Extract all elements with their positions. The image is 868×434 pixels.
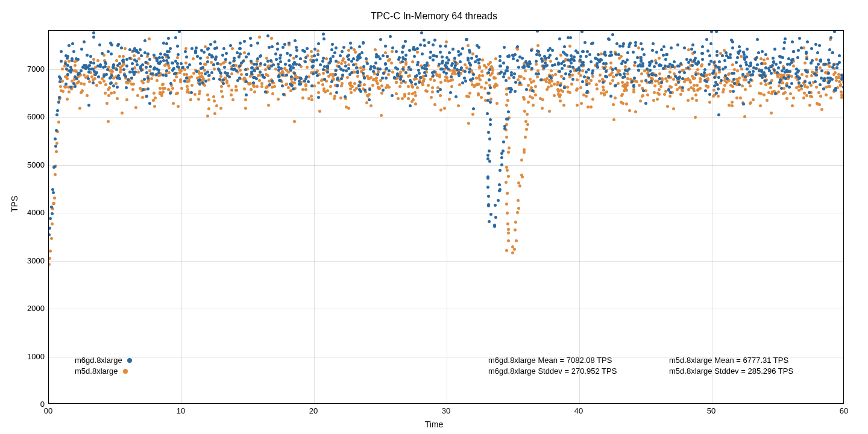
data-point <box>176 92 179 95</box>
data-point <box>695 99 698 102</box>
data-point <box>467 95 470 98</box>
data-point <box>697 88 700 91</box>
data-point <box>293 81 296 84</box>
data-point <box>617 82 620 85</box>
data-point <box>388 69 391 72</box>
data-point <box>476 83 479 86</box>
data-point <box>640 58 643 61</box>
data-point <box>423 39 426 42</box>
data-point <box>141 96 144 99</box>
data-point <box>520 159 523 162</box>
data-point <box>295 49 298 52</box>
data-point <box>732 78 735 81</box>
data-point <box>220 85 223 88</box>
data-point <box>118 77 121 80</box>
gridline-vertical <box>712 31 712 403</box>
data-point <box>177 66 180 69</box>
data-point <box>609 73 612 76</box>
data-point <box>177 53 180 56</box>
data-point <box>514 221 517 224</box>
data-point <box>281 46 285 49</box>
data-point <box>433 103 436 106</box>
data-point <box>805 75 808 78</box>
data-point <box>199 62 202 65</box>
data-point <box>469 63 472 66</box>
data-point <box>213 68 216 71</box>
data-point <box>439 45 442 48</box>
data-point <box>486 112 489 115</box>
data-point <box>435 55 438 58</box>
data-point <box>505 136 508 139</box>
data-point <box>580 64 583 67</box>
data-point <box>206 56 209 59</box>
data-point <box>326 89 329 92</box>
data-point <box>98 43 101 46</box>
data-point <box>625 102 628 105</box>
data-point <box>195 70 198 73</box>
data-point <box>465 38 468 41</box>
stats-label: m6gd.8xlarge Stddev = 270.952 TPS <box>488 366 617 376</box>
data-point <box>581 69 584 72</box>
y-tick-label: 3000 <box>8 256 45 265</box>
data-point <box>48 227 51 230</box>
data-point <box>340 62 343 65</box>
data-point <box>432 74 435 77</box>
data-point <box>524 69 527 72</box>
data-point <box>200 72 203 75</box>
data-point <box>483 64 486 67</box>
data-point <box>563 86 566 89</box>
data-point <box>834 71 837 74</box>
data-point <box>553 94 556 97</box>
data-point <box>395 81 398 84</box>
data-point <box>503 72 506 75</box>
data-point <box>409 68 412 71</box>
data-point <box>637 46 640 49</box>
data-point <box>387 73 390 76</box>
data-point <box>690 48 693 51</box>
data-point <box>174 60 177 63</box>
data-point <box>399 75 402 78</box>
data-point <box>746 48 749 51</box>
data-point <box>738 45 741 48</box>
data-point <box>516 211 519 214</box>
data-point <box>238 64 241 68</box>
data-point <box>384 51 387 54</box>
data-point <box>397 58 400 61</box>
data-point <box>766 99 769 102</box>
data-point <box>278 57 281 60</box>
data-point <box>480 96 483 99</box>
data-point <box>128 71 131 74</box>
data-point <box>180 62 183 65</box>
data-point <box>374 48 377 51</box>
data-point <box>508 146 511 149</box>
data-point <box>404 58 407 61</box>
data-point <box>78 107 81 110</box>
chart-title: TPC-C In-Memory 64 threads <box>0 11 868 22</box>
data-point <box>143 78 146 81</box>
data-point <box>549 54 552 57</box>
data-point <box>454 61 457 64</box>
data-point <box>423 44 426 47</box>
data-point <box>708 101 711 104</box>
data-point <box>193 93 197 96</box>
data-point <box>424 74 427 77</box>
data-point <box>640 80 643 83</box>
data-point <box>408 49 411 52</box>
data-point <box>250 44 253 47</box>
data-point <box>122 68 125 71</box>
data-point <box>294 78 297 81</box>
data-point <box>541 107 544 110</box>
data-point <box>58 80 61 83</box>
data-point <box>611 79 614 82</box>
data-point <box>718 60 721 63</box>
data-point <box>382 89 385 92</box>
data-point <box>183 68 186 71</box>
data-point <box>517 207 520 210</box>
data-point <box>646 93 649 96</box>
data-point <box>574 49 577 52</box>
data-point <box>304 84 307 87</box>
data-point <box>764 83 767 86</box>
data-point <box>774 92 777 95</box>
data-point <box>713 84 716 87</box>
data-point <box>131 62 134 65</box>
